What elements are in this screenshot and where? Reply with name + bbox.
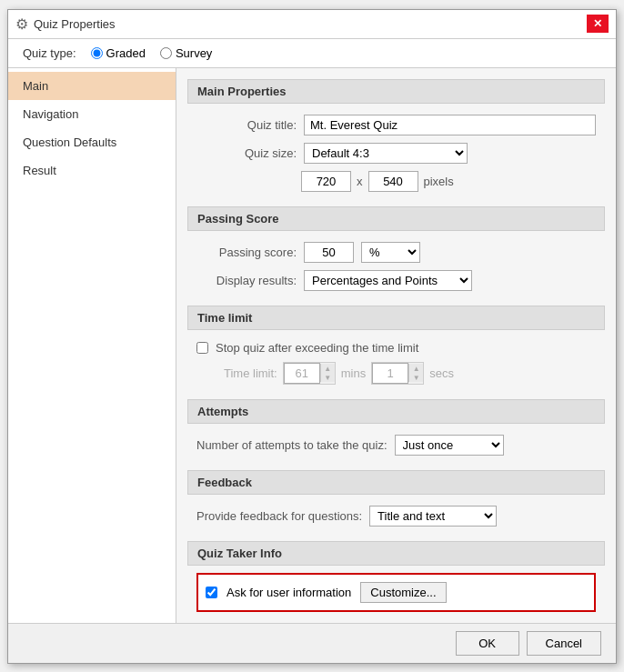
passing-score-label: Passing score: (196, 246, 297, 259)
x-separator: x (357, 175, 363, 188)
survey-radio-item[interactable]: Survey (160, 46, 212, 60)
ask-user-info-checkbox[interactable] (206, 587, 217, 598)
height-input[interactable] (368, 171, 418, 192)
mins-spinner: ▲ ▼ (320, 364, 335, 382)
attempts-select[interactable]: Just once Unlimited 2 times 3 times (395, 435, 504, 456)
feedback-row: Provide feedback for questions: Title an… (187, 502, 605, 530)
quiz-title-label: Quiz title: (196, 118, 297, 132)
pixels-label: pixels (424, 175, 454, 188)
graded-label: Graded (106, 46, 146, 60)
pixels-row: x pixels (187, 167, 605, 196)
passing-score-header: Passing Score (187, 206, 605, 231)
mins-down-btn[interactable]: ▼ (320, 373, 335, 382)
section-time-limit: Time limit Stop quiz after exceeding the… (187, 306, 605, 388)
section-feedback: Feedback Provide feedback for questions:… (187, 470, 605, 530)
time-limit-checkbox[interactable] (196, 342, 208, 354)
percent-select[interactable]: % Points (361, 242, 420, 263)
close-button[interactable]: ✕ (587, 15, 609, 33)
title-bar-left: ⚙ Quiz Properties (15, 15, 116, 33)
attempts-label: Number of attempts to take the quiz: (196, 438, 387, 452)
secs-up-btn[interactable]: ▲ (408, 364, 423, 373)
attempts-row: Number of attempts to take the quiz: Jus… (187, 431, 605, 459)
sidebar-item-main[interactable]: Main (8, 72, 176, 100)
feedback-header: Feedback (187, 470, 605, 495)
passing-score-input[interactable] (304, 242, 354, 263)
bottom-bar: OK Cancel (8, 623, 616, 663)
survey-radio[interactable] (160, 47, 172, 59)
graded-radio[interactable] (91, 47, 103, 59)
gear-icon: ⚙ (15, 15, 28, 33)
quiz-size-select[interactable]: Default 4:3 Custom 16:9 800x600 (304, 143, 468, 164)
passing-score-row: Passing score: % Points (187, 238, 605, 266)
time-limit-inputs-row: Time limit: ▲ ▼ mins ▲ ▼ (187, 358, 605, 388)
mins-up-btn[interactable]: ▲ (320, 364, 335, 373)
ok-button[interactable]: OK (456, 631, 519, 656)
mins-label: mins (341, 366, 366, 380)
attempts-header: Attempts (187, 399, 605, 424)
sidebar-item-question-defaults[interactable]: Question Defaults (8, 128, 176, 156)
quiz-taker-info-header: Quiz Taker Info (187, 541, 605, 566)
feedback-label: Provide feedback for questions: (196, 509, 362, 523)
customize-button[interactable]: Customize... (360, 582, 446, 603)
secs-label: secs (429, 366, 454, 380)
time-limit-header: Time limit (187, 306, 605, 330)
dialog-title: Quiz Properties (34, 17, 116, 31)
quiz-title-input[interactable] (304, 115, 596, 135)
quiz-taker-info-box: Ask for user information Customize... (196, 573, 596, 612)
mins-input[interactable] (284, 363, 320, 384)
secs-input[interactable] (372, 363, 408, 384)
main-content: Main Properties Quiz title: Quiz size: D… (176, 68, 616, 623)
time-limit-label: Time limit: (224, 366, 277, 380)
quiz-title-row: Quiz title: (187, 111, 605, 139)
main-properties-header: Main Properties (187, 79, 605, 104)
secs-input-group: ▲ ▼ (371, 362, 424, 385)
section-attempts: Attempts Number of attempts to take the … (187, 399, 605, 459)
mins-input-group: ▲ ▼ (283, 362, 336, 385)
sidebar-item-navigation[interactable]: Navigation (8, 100, 176, 128)
quiz-type-radio-group: Graded Survey (91, 46, 213, 60)
title-bar: ⚙ Quiz Properties ✕ (8, 10, 616, 39)
quiz-type-bar: Quiz type: Graded Survey (8, 39, 616, 68)
secs-down-btn[interactable]: ▼ (408, 373, 423, 382)
display-results-row: Display results: Percentages and Points … (187, 266, 605, 295)
ask-user-info-label: Ask for user information (226, 586, 351, 599)
time-limit-checkbox-label: Stop quiz after exceeding the time limit (216, 341, 418, 355)
secs-spinner: ▲ ▼ (408, 364, 423, 382)
quiz-type-label: Quiz type: (23, 46, 76, 60)
content-area: Main Navigation Question Defaults Result… (8, 68, 616, 623)
section-main-properties: Main Properties Quiz title: Quiz size: D… (187, 79, 605, 196)
quiz-size-label: Quiz size: (196, 146, 297, 160)
width-input[interactable] (301, 171, 351, 192)
quiz-size-row: Quiz size: Default 4:3 Custom 16:9 800x6… (187, 139, 605, 167)
display-results-label: Display results: (196, 274, 297, 287)
sidebar: Main Navigation Question Defaults Result (8, 68, 176, 623)
time-limit-checkbox-row: Stop quiz after exceeding the time limit (187, 337, 605, 358)
graded-radio-item[interactable]: Graded (91, 46, 146, 60)
survey-label: Survey (176, 46, 212, 60)
cancel-button[interactable]: Cancel (527, 631, 601, 656)
section-quiz-taker-info: Quiz Taker Info Ask for user information… (187, 541, 605, 612)
feedback-select[interactable]: Title and text Title only Text only None (369, 506, 497, 527)
sidebar-item-result[interactable]: Result (8, 156, 176, 185)
section-passing-score: Passing Score Passing score: % Points Di… (187, 206, 605, 295)
quiz-properties-dialog: ⚙ Quiz Properties ✕ Quiz type: Graded Su… (7, 9, 617, 664)
display-results-select[interactable]: Percentages and Points Percentages only … (304, 270, 472, 291)
